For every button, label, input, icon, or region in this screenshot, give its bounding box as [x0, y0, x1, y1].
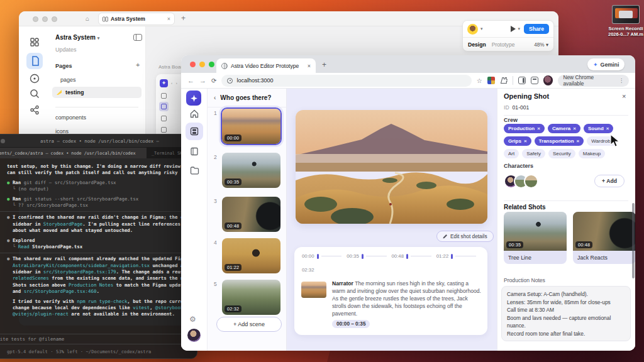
scene-thumbnail[interactable]: 02:32 — [222, 280, 280, 315]
minimize-window-button[interactable] — [42, 16, 48, 22]
scene-item[interactable]: 401:22 — [208, 238, 287, 273]
home-icon[interactable] — [189, 109, 199, 119]
file-icon[interactable] — [30, 55, 41, 67]
present-play-icon[interactable] — [511, 26, 516, 32]
panel-scrollbar[interactable] — [632, 203, 635, 278]
add-scene-button[interactable]: + Add scene — [216, 317, 282, 332]
crew-tag-safety[interactable]: Safety — [522, 149, 545, 158]
scene-item[interactable]: 200:35 — [208, 153, 287, 188]
scene-thumbnail[interactable]: 00:35 — [222, 153, 280, 188]
toggle-sidebar-icon[interactable] — [133, 34, 142, 41]
assets-icon[interactable] — [29, 36, 40, 48]
forward-button[interactable]: → — [199, 77, 206, 84]
remove-tag-icon[interactable]: × — [573, 126, 576, 131]
add-page-button[interactable]: + — [136, 61, 140, 69]
crew-tag-camera[interactable]: Camera× — [548, 124, 580, 133]
astra-logo[interactable] — [186, 90, 201, 106]
edit-shot-details-button[interactable]: Edit shot details — [436, 231, 494, 242]
transcript-thumbnail[interactable] — [301, 282, 326, 298]
close-window-button[interactable] — [33, 16, 38, 22]
related-shot-card[interactable]: 00:48Jack Reacts — [573, 212, 635, 264]
notebook-icon[interactable] — [189, 146, 199, 156]
figma-new-tab-button[interactable]: + — [181, 14, 186, 23]
minimize-window-button[interactable] — [199, 62, 205, 67]
recents-icon[interactable] — [29, 73, 40, 84]
address-bar[interactable]: localhost:3000 — [221, 75, 471, 87]
sidebar-page-components[interactable]: components — [55, 114, 86, 121]
gemini-button[interactable]: ✦ Gemini — [587, 58, 625, 70]
folder-icon[interactable] — [189, 165, 199, 175]
crew-tag-grips[interactable]: Grips× — [504, 136, 531, 146]
sidebar-item-updates[interactable]: Updates — [55, 47, 77, 53]
figma-share-button[interactable]: Share — [524, 24, 549, 34]
crew-tag-makeup[interactable]: Makeup — [579, 149, 605, 158]
timeline-tick[interactable] — [362, 254, 364, 259]
crew-tag-security[interactable]: Security — [548, 149, 575, 158]
back-button[interactable]: ← — [187, 77, 194, 84]
terminal-tab-active[interactable]: ...ments/_codex/astra — codex • node /us… — [0, 148, 147, 158]
share-network-icon[interactable] — [29, 104, 40, 116]
video-preview[interactable] — [296, 110, 487, 224]
remove-tag-icon[interactable]: × — [524, 138, 527, 144]
scene-thumbnail[interactable]: 01:22 — [222, 238, 280, 273]
site-info-icon[interactable] — [227, 78, 233, 84]
related-shot-card[interactable]: 00:35Tree Line — [504, 212, 567, 264]
scene-item[interactable]: 100:00 — [208, 109, 287, 144]
reload-button[interactable]: ⟳ — [211, 77, 216, 84]
remove-tag-icon[interactable]: × — [606, 126, 609, 131]
terminal-prompt-input[interactable]: > Write tests for @filename — [0, 334, 192, 344]
zoom-level-select[interactable]: 48% ▾ — [534, 41, 548, 48]
extensions-puzzle-icon[interactable] — [500, 77, 508, 84]
chrome-update-button[interactable]: New Chrome available ⋮ — [558, 75, 629, 87]
figma-user-avatar[interactable] — [467, 24, 478, 35]
browser-tab[interactable]: Astra Video Editor Prototype × — [216, 58, 316, 73]
scene-thumbnail[interactable]: 00:00 — [222, 109, 280, 144]
tab-design[interactable]: Design — [468, 41, 486, 48]
gear-icon[interactable]: ⚙ — [189, 315, 196, 324]
tab-prototype[interactable]: Prototype — [492, 41, 515, 48]
search-icon[interactable] — [29, 88, 40, 99]
tab-group-icon[interactable] — [531, 77, 538, 84]
crew-tag-production[interactable]: Production× — [504, 124, 545, 133]
side-panel-icon[interactable] — [518, 77, 526, 84]
sidebar-page-pages[interactable]: pages — [60, 77, 76, 83]
figma-project-name[interactable]: Astra System ▾ — [55, 34, 99, 41]
figma-file-tab[interactable]: Astra System × — [98, 13, 175, 25]
canvas-frame-label[interactable]: Astra Board — [158, 64, 184, 70]
add-character-button[interactable]: + Add — [594, 175, 625, 187]
scene-item[interactable]: 502:32 — [208, 280, 287, 315]
timeline-tick[interactable] — [317, 254, 319, 259]
close-icon[interactable]: × — [622, 92, 626, 100]
scene-thumbnail[interactable]: 00:48 — [222, 197, 280, 232]
chevron-down-icon[interactable]: ▾ — [480, 26, 483, 31]
close-tab-icon[interactable]: × — [167, 16, 170, 22]
figma-home-icon[interactable]: ⌂ — [82, 14, 93, 24]
zoom-window-button[interactable] — [209, 62, 214, 67]
new-tab-button[interactable]: + — [322, 60, 326, 69]
timeline-tick[interactable] — [406, 254, 408, 259]
chevron-down-icon[interactable]: ▾ — [518, 26, 521, 31]
chrome-profile-avatar[interactable] — [543, 75, 553, 85]
crew-tag-art[interactable]: Art — [504, 149, 519, 158]
close-window-button[interactable] — [190, 62, 196, 67]
remove-tag-icon[interactable]: × — [577, 138, 580, 144]
production-notes-textarea[interactable]: Camera Setup: A-Cam (handheld). Lenses: … — [501, 286, 631, 341]
character-avatar-3[interactable] — [524, 174, 538, 189]
extension-icon[interactable] — [487, 77, 495, 84]
close-tab-icon[interactable]: × — [308, 63, 311, 69]
zoom-window-button[interactable] — [1, 139, 5, 143]
bookmark-star-icon[interactable]: ☆ — [477, 77, 482, 84]
crew-tag-transportation[interactable]: Transportation× — [535, 136, 584, 146]
zoom-window-button[interactable] — [52, 16, 57, 22]
kebab-menu-icon[interactable]: ⋮ — [619, 78, 624, 84]
user-avatar[interactable] — [187, 329, 201, 342]
scene-item[interactable]: 300:48 — [208, 197, 287, 232]
crew-tag-sound[interactable]: Sound× — [584, 124, 614, 133]
screen-recording-thumbnail[interactable] — [612, 5, 640, 24]
timeline-markers[interactable]: 00:0000:3500:4801:22 — [302, 253, 481, 259]
back-chevron-icon[interactable]: ‹ — [214, 94, 216, 101]
storyboard-icon[interactable] — [189, 126, 199, 136]
timeline-tick[interactable] — [451, 254, 453, 259]
remove-tag-icon[interactable]: × — [537, 126, 540, 131]
screen-recording-file[interactable]: Screen Recordi 2026-0...7 AM.m — [608, 5, 644, 37]
